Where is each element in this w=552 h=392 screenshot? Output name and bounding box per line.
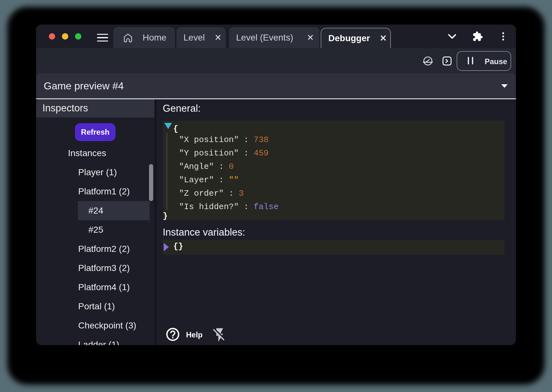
tab-level-events[interactable]: Level (Events)✕ (229, 27, 319, 48)
close-tab-icon[interactable]: ✕ (307, 34, 314, 42)
instance-variables-json-view: {} (163, 240, 504, 255)
inspector-item-label: Portal (1) (78, 301, 115, 312)
profiler-gauge-icon[interactable] (423, 56, 433, 66)
json-key: "Layer" (179, 175, 214, 185)
json-separator: : (239, 202, 254, 212)
json-key: "Y position" (179, 148, 239, 158)
json-value: 0 (229, 162, 234, 171)
inspector-item-label: Platform4 (1) (78, 282, 130, 292)
extensions-puzzle-icon[interactable] (465, 31, 490, 42)
main-menu-icon[interactable] (97, 34, 108, 41)
refresh-button[interactable]: Refresh (75, 123, 116, 141)
inspectors-sidebar: Inspectors Refresh InstancesPlayer (1)Pl… (36, 99, 154, 345)
inspector-item-portal-1[interactable]: Portal (1) (78, 297, 115, 316)
panel-divider (154, 99, 157, 345)
pause-button[interactable]: Pause (457, 51, 511, 71)
close-window-button[interactable] (49, 33, 55, 40)
tab-label: Level (183, 33, 205, 43)
json-separator: : (224, 189, 239, 198)
chevron-down-icon[interactable] (439, 31, 465, 42)
json-row: "X position" : 738 (179, 135, 269, 145)
close-brace: } (163, 211, 168, 221)
json-value: 3 (239, 189, 244, 198)
console-icon[interactable] (442, 56, 452, 66)
caret-down-icon (501, 84, 508, 88)
json-row: "Angle" : 0 (179, 162, 234, 171)
instance-variables-label: Instance variables: (163, 227, 245, 238)
help-button[interactable]: Help (165, 327, 203, 343)
json-separator: : (214, 162, 229, 171)
json-separator: : (214, 175, 229, 185)
minimize-window-button[interactable] (62, 33, 68, 40)
inspector-item-ladder-1[interactable]: Ladder (1) (78, 335, 119, 345)
app-window: HomeLevel✕Level (Events)✕Debugger✕ Pause… (36, 25, 516, 345)
json-value: false (254, 202, 279, 212)
json-key: "Z order" (179, 189, 224, 198)
inspector-item-instances[interactable]: Instances (68, 144, 106, 163)
inspector-item-label: Platform2 (2) (78, 244, 130, 254)
json-row: "Y position" : 459 (179, 148, 269, 158)
json-value: 459 (254, 148, 269, 158)
inspector-item-platform4-1[interactable]: Platform4 (1) (78, 278, 130, 297)
tab-home[interactable]: Home (113, 27, 175, 48)
inspector-item-label: Instances (68, 148, 106, 158)
json-value: 738 (254, 135, 269, 145)
inspector-item-label: Platform3 (2) (78, 263, 130, 273)
general-json-view: {"X position" : 738"Y position" : 459"An… (163, 121, 504, 220)
zoom-window-button[interactable] (75, 33, 81, 40)
sidebar-scrollbar-thumb[interactable] (149, 164, 153, 201)
titlebar-actions (439, 25, 516, 48)
json-key: "X position" (179, 135, 239, 145)
tab-label: Level (Events) (236, 33, 293, 43)
inspector-item-label: Checkpoint (3) (78, 320, 136, 331)
json-key: "Is hidden?" (179, 202, 239, 212)
inspector-item-24[interactable]: #24 (88, 201, 103, 220)
tab-label: Debugger (328, 33, 370, 43)
inspector-detail-panel: General: {"X position" : 738"Y position"… (157, 99, 516, 345)
inspector-item-player-1[interactable]: Player (1) (78, 163, 117, 182)
indent-guide (167, 133, 167, 210)
empty-object: {} (173, 242, 183, 251)
game-preview-title: Game preview #4 (44, 80, 124, 92)
help-label: Help (186, 330, 203, 339)
json-separator: : (239, 148, 254, 158)
tab-debugger[interactable]: Debugger✕ (321, 28, 391, 48)
json-separator: : (239, 135, 254, 145)
home-icon (123, 33, 133, 43)
open-brace: { (173, 124, 178, 134)
inspector-item-platform3-2[interactable]: Platform3 (2) (78, 259, 130, 278)
inspector-item-25[interactable]: #25 (88, 220, 103, 239)
inspector-item-checkpoint-3[interactable]: Checkpoint (3) (78, 316, 136, 335)
kebab-menu-icon[interactable] (490, 31, 516, 42)
close-tab-icon[interactable]: ✕ (380, 34, 387, 43)
expand-icon[interactable] (164, 243, 169, 251)
flash-off-icon[interactable] (212, 327, 228, 343)
inspector-item-label: Platform1 (2) (78, 186, 130, 197)
debugger-toolbar: Pause (36, 48, 516, 73)
tab-level[interactable]: Level✕ (176, 27, 226, 48)
tab-label: Home (143, 33, 167, 43)
inspectors-header: Inspectors (36, 99, 154, 118)
traffic-lights (49, 25, 81, 48)
collapse-icon[interactable] (164, 123, 172, 129)
pause-icon (468, 57, 473, 64)
json-key: "Angle" (179, 162, 214, 171)
json-value: "" (229, 175, 239, 185)
inspector-item-label: #24 (88, 206, 103, 216)
inspector-item-platform2-2[interactable]: Platform2 (2) (78, 239, 130, 259)
pause-label: Pause (485, 57, 507, 66)
tab-strip: HomeLevel✕Level (Events)✕Debugger✕ (113, 27, 391, 48)
panel-footer: Help (157, 328, 228, 342)
inspector-item-label: Ladder (1) (78, 340, 119, 345)
inspectors-title: Inspectors (42, 102, 88, 114)
inspector-item-label: Player (1) (78, 167, 117, 177)
json-row: "Is hidden?" : false (179, 202, 279, 212)
general-label: General: (163, 103, 201, 114)
json-row: "Layer" : "" (179, 175, 239, 185)
close-tab-icon[interactable]: ✕ (214, 34, 222, 42)
json-row: "Z order" : 3 (179, 189, 244, 198)
game-preview-header[interactable]: Game preview #4 (36, 73, 516, 98)
tab-bar: HomeLevel✕Level (Events)✕Debugger✕ (36, 25, 516, 48)
inspector-item-platform1-2[interactable]: Platform1 (2) (78, 182, 130, 201)
inspector-item-label: #25 (88, 225, 103, 235)
